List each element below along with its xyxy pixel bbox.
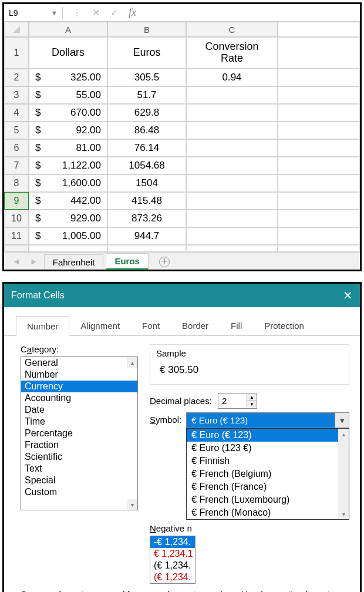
tab-fill[interactable]: Fill xyxy=(220,315,253,335)
cell[interactable] xyxy=(186,86,278,104)
row-header[interactable]: 11 xyxy=(4,227,29,245)
col-header-b[interactable]: B xyxy=(107,22,186,37)
tab-border[interactable]: Border xyxy=(171,315,220,335)
symbol-option[interactable]: € French (Monaco) xyxy=(187,506,349,519)
cell[interactable] xyxy=(186,227,278,245)
cell[interactable] xyxy=(278,37,360,69)
select-all-corner[interactable] xyxy=(4,22,29,37)
cell[interactable]: 873.26 xyxy=(107,210,186,227)
cell[interactable]: $1,122.00 xyxy=(29,157,107,174)
cell[interactable] xyxy=(107,245,186,252)
cell[interactable]: $929.00 xyxy=(29,210,107,227)
symbol-combobox[interactable]: € Euro (€ 123) ▾ xyxy=(186,412,349,428)
row-header[interactable]: 6 xyxy=(4,139,29,157)
scroll-up-icon[interactable]: ▴ xyxy=(127,357,137,368)
row-header[interactable]: 10 xyxy=(4,210,29,227)
cell[interactable] xyxy=(278,157,360,174)
cell[interactable] xyxy=(186,139,278,157)
scroll-up-icon[interactable]: ▴ xyxy=(338,429,349,439)
cell[interactable]: $81.00 xyxy=(29,139,107,157)
row-header[interactable]: 8 xyxy=(4,174,29,192)
cell[interactable]: $55.00 xyxy=(29,86,107,104)
category-item[interactable]: Fraction xyxy=(21,439,137,451)
row-header[interactable]: 7 xyxy=(4,157,29,174)
cell[interactable]: $1,005.00 xyxy=(29,227,107,245)
cell[interactable] xyxy=(278,139,360,157)
cell[interactable]: $325.00 xyxy=(29,69,107,86)
cell[interactable] xyxy=(278,245,360,252)
cell[interactable] xyxy=(278,174,360,192)
close-icon[interactable]: ✕ xyxy=(343,288,353,302)
category-item[interactable]: General xyxy=(21,357,137,369)
cell[interactable] xyxy=(186,245,278,252)
enter-icon[interactable]: ✓ xyxy=(110,7,118,18)
row-header[interactable]: 1 xyxy=(4,37,29,69)
tab-font[interactable]: Font xyxy=(131,315,171,335)
row-header[interactable]: 2 xyxy=(4,69,29,86)
cell[interactable]: $1,600.00 xyxy=(29,174,107,192)
cell[interactable] xyxy=(278,104,360,122)
cell[interactable]: 76.14 xyxy=(107,139,186,157)
negative-option[interactable]: (€ 1,234. xyxy=(150,560,195,571)
cell[interactable] xyxy=(186,104,278,122)
negative-numbers-list[interactable]: -€ 1,234. € 1,234.1 (€ 1,234. (€ 1,234. xyxy=(150,536,196,584)
negative-option[interactable]: € 1,234.1 xyxy=(150,548,195,560)
cell[interactable] xyxy=(278,122,360,139)
symbol-option[interactable]: € Finnish xyxy=(187,455,349,467)
tab-alignment[interactable]: Alignment xyxy=(69,315,131,335)
cell[interactable]: $442.00 xyxy=(29,192,107,210)
add-sheet-button[interactable]: + xyxy=(151,253,178,270)
cell[interactable] xyxy=(186,210,278,227)
step-down-icon[interactable]: ▼ xyxy=(247,401,257,408)
decimal-places-stepper[interactable]: ▲ ▼ xyxy=(218,393,257,409)
cancel-icon[interactable]: ✕ xyxy=(92,7,100,18)
cell[interactable]: 415.48 xyxy=(107,192,186,210)
col-header-c[interactable]: C xyxy=(186,22,278,37)
dropdown-scrollbar[interactable]: ▴ ▾ xyxy=(338,429,349,519)
cell[interactable] xyxy=(186,157,278,174)
symbol-option[interactable]: € French (France) xyxy=(187,480,349,493)
cell[interactable]: 944.7 xyxy=(107,227,186,245)
tab-euros[interactable]: Euros xyxy=(106,253,149,270)
cell[interactable] xyxy=(186,122,278,139)
category-item[interactable]: Custom xyxy=(21,486,137,498)
step-up-icon[interactable]: ▲ xyxy=(247,394,257,401)
decimal-places-input[interactable] xyxy=(218,393,247,408)
cell[interactable] xyxy=(278,210,360,227)
cell[interactable]: 1054.68 xyxy=(107,157,186,174)
cell[interactable]: Conversion Rate xyxy=(186,37,278,69)
cell[interactable] xyxy=(186,174,278,192)
tab-fahrenheit[interactable]: Fahrenheit xyxy=(44,254,104,270)
row-header[interactable]: 3 xyxy=(4,86,29,104)
cell[interactable] xyxy=(278,192,360,210)
tab-protection[interactable]: Protection xyxy=(253,315,315,335)
col-header-a[interactable]: A xyxy=(29,22,107,37)
row-header[interactable]: 5 xyxy=(4,122,29,139)
symbol-option[interactable]: € French (Luxembourg) xyxy=(187,493,349,506)
cell[interactable] xyxy=(278,86,360,104)
scroll-down-icon[interactable]: ▾ xyxy=(127,499,137,510)
cell[interactable]: $670.00 xyxy=(29,104,107,122)
cell[interactable]: Euros xyxy=(107,37,186,69)
row-header[interactable]: 9 xyxy=(4,192,29,210)
cell[interactable]: 305.5 xyxy=(107,69,186,86)
symbol-option[interactable]: € Euro (€ 123) xyxy=(187,429,349,442)
cell[interactable] xyxy=(29,245,107,252)
category-item[interactable]: Currency xyxy=(21,381,137,392)
cell[interactable]: 51.7 xyxy=(107,86,186,104)
symbol-option[interactable]: € Euro (123 €) xyxy=(187,442,349,455)
tab-nav-next-icon[interactable]: ► xyxy=(26,257,42,266)
cell[interactable] xyxy=(278,227,360,245)
cell[interactable] xyxy=(186,192,278,210)
category-item[interactable]: Accounting xyxy=(21,392,137,404)
fx-icon[interactable]: fx xyxy=(129,6,136,19)
category-item[interactable]: Date xyxy=(21,404,137,416)
category-item[interactable]: Text xyxy=(21,463,137,475)
name-box[interactable]: L9 ▼ xyxy=(4,7,63,19)
cell[interactable]: $92.00 xyxy=(29,122,107,139)
negative-option[interactable]: (€ 1,234. xyxy=(150,571,195,583)
negative-option[interactable]: -€ 1,234. xyxy=(150,536,195,548)
category-item[interactable]: Scientific xyxy=(21,451,137,463)
row-header[interactable]: 4 xyxy=(4,104,29,122)
category-item[interactable]: Number xyxy=(21,369,137,381)
